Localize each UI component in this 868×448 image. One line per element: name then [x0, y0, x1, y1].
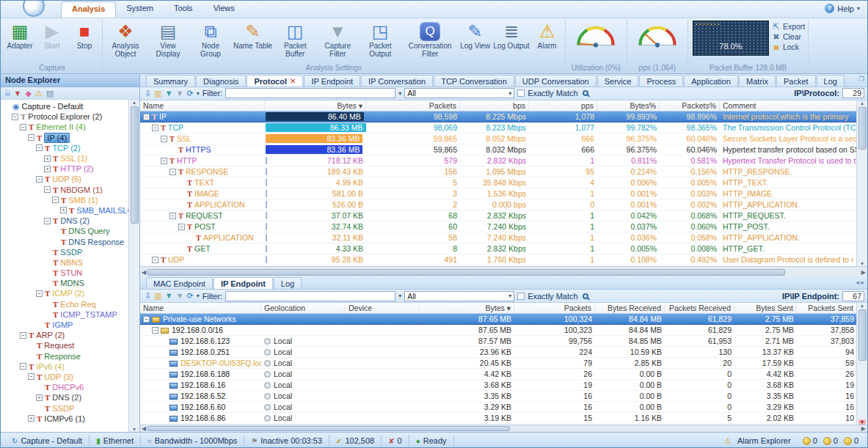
- tab-close-icon[interactable]: ✕: [290, 77, 296, 85]
- endpoint-vertical-scrollbar[interactable]: ▲▼: [856, 303, 867, 425]
- app-logo-button[interactable]: [23, 0, 45, 17]
- protocol-table-header[interactable]: NameBytes ▾PacketsbpsppsBytes%Packets%Co…: [140, 100, 867, 111]
- node-toolbar-icon-3[interactable]: ◆: [26, 89, 32, 98]
- tree-item-protocol-explorer-2-[interactable]: −TProtocol Explorer (2): [1, 111, 139, 122]
- tree-item-icmp-tstamp[interactable]: TICMP_TSTAMP: [1, 309, 139, 320]
- pane-corner-icon[interactable]: ❐: [858, 76, 864, 83]
- endpoint-filter-input[interactable]: [225, 291, 395, 301]
- scroll-right-icon[interactable]: ▶: [861, 269, 866, 276]
- tree-expander-icon[interactable]: −: [36, 176, 43, 183]
- tree-item-request[interactable]: TRequest: [1, 340, 139, 350]
- node-toolbar-icon-1[interactable]: ⌸: [5, 89, 10, 98]
- tree-item-ethernet-ii-4-[interactable]: −TEthernet II (4): [1, 122, 139, 132]
- tree-item-udp-3-[interactable]: −TUDP (3): [1, 372, 139, 382]
- tree-item-ipv6-4-[interactable]: −TIPv6 (4): [1, 361, 139, 372]
- column-header-geolocation[interactable]: Geolocation: [261, 303, 346, 313]
- tree-item-http-2-[interactable]: +THTTP (2): [1, 164, 139, 174]
- column-header-name[interactable]: Name: [140, 100, 265, 111]
- scroll-right-icon[interactable]: ▶: [861, 425, 866, 432]
- alarm-button[interactable]: ⚠Alarm: [531, 19, 564, 51]
- tab-mac-endpoint[interactable]: MAC Endpoint: [146, 277, 213, 289]
- menu-tab-tools[interactable]: Tools: [164, 1, 203, 18]
- row-expander-icon[interactable]: −: [152, 125, 158, 131]
- row-expander-icon[interactable]: −: [178, 224, 185, 230]
- protocol-vertical-scrollbar[interactable]: ▲▼: [856, 100, 867, 267]
- tree-item-mdns[interactable]: TMDNS: [1, 278, 139, 288]
- protocol-folder-icon[interactable]: ▥: [154, 89, 161, 98]
- tree-item-icmpv6-1-[interactable]: +TICMPv6 (1): [1, 414, 139, 424]
- protocol-row-https[interactable]: THTTPS83.36 MB59,8658.032 Mbps66696.375%…: [140, 144, 867, 155]
- menu-tab-views[interactable]: Views: [203, 1, 245, 18]
- scroll-thumb[interactable]: [858, 309, 867, 361]
- packet-buffer-button[interactable]: ◫Packet Buffer: [274, 19, 316, 58]
- endpoint-filter-gray-icon[interactable]: ▼: [176, 291, 184, 301]
- protocol-row-ssl[interactable]: −TSSL83.36 MB59,8658.052 Mbps66696.375%6…: [140, 133, 867, 144]
- row-expander-icon[interactable]: −: [143, 316, 150, 323]
- scroll-thumb[interactable]: [858, 107, 867, 150]
- menu-tab-system[interactable]: System: [116, 1, 164, 18]
- row-expander-icon[interactable]: −: [161, 136, 167, 142]
- protocol-row-get[interactable]: TGET4.33 KB82.832 Kbps10.005%0.008%HTTP_…: [140, 243, 867, 254]
- protocol-filter-gray-icon[interactable]: ▼: [176, 89, 184, 98]
- tree-item-dns-2-[interactable]: +TDNS (2): [1, 392, 139, 403]
- packet-output-button[interactable]: ◳Packet Output: [359, 19, 401, 58]
- tree-expander-icon[interactable]: −: [44, 218, 51, 224]
- tree-item-tcp-2-[interactable]: −TTCP (2): [1, 143, 139, 153]
- protocol-filter-input[interactable]: [225, 88, 395, 98]
- tree-item-smb-1-[interactable]: −TSMB (1): [1, 195, 139, 205]
- scroll-down-icon[interactable]: ▼: [860, 261, 865, 266]
- tree-expander-icon[interactable]: −: [28, 134, 34, 141]
- log-view-button[interactable]: ✎Log View: [459, 19, 492, 51]
- column-header-packets[interactable]: Packets: [514, 303, 595, 313]
- column-header-device[interactable]: Device: [346, 303, 419, 313]
- tree-expander-icon[interactable]: −: [12, 114, 18, 120]
- tree-item-igmp[interactable]: TIGMP: [1, 320, 139, 330]
- column-header-bytes-received[interactable]: Bytes Received: [595, 303, 665, 313]
- tree-item-ip-4-[interactable]: −TIP (4): [1, 133, 139, 143]
- column-header-bytes-sent[interactable]: Bytes Sent: [734, 303, 797, 313]
- endpoint-filter-input-caret-icon[interactable]: ▾: [398, 293, 401, 299]
- column-header-bytes[interactable]: Bytes ▾: [265, 100, 366, 111]
- node-group-button[interactable]: ⧉Node Group: [189, 19, 232, 58]
- scroll-up-icon[interactable]: ▲: [132, 100, 137, 105]
- tab-packet[interactable]: Packet: [776, 75, 816, 87]
- row-expander-icon[interactable]: −: [161, 158, 167, 164]
- tree-item-echo-req[interactable]: TEcho Req: [1, 299, 139, 309]
- tab-tcp-conversation[interactable]: TCP Conversation: [434, 75, 514, 87]
- tree-item-nbns[interactable]: TNBNS: [1, 257, 139, 268]
- endpoint-row-192-168-6-52[interactable]: 192.168.6.52Local3.35 KB160.00 B03.35 KB…: [140, 391, 867, 402]
- endpoint-refresh-icon[interactable]: ⟳: [186, 291, 193, 301]
- tab-diagnosis[interactable]: Diagnosis: [196, 75, 246, 87]
- tree-item-udp-6-[interactable]: −TUDP (6): [1, 174, 139, 184]
- tree-expander-icon[interactable]: +: [28, 415, 34, 422]
- tab-summary[interactable]: Summary: [146, 75, 195, 87]
- analysis-object-button[interactable]: ❖Analysis Object: [104, 19, 147, 58]
- node-toolbar-icon-2[interactable]: ▼: [14, 89, 22, 98]
- protocol-row-request[interactable]: −TREQUEST37.07 KB682.832 Kbps10.042%0.06…: [140, 210, 867, 221]
- tab-ip-endpoint[interactable]: IP Endpoint: [304, 75, 360, 87]
- tab-service[interactable]: Service: [597, 75, 639, 87]
- tree-expander-icon[interactable]: +: [44, 166, 51, 172]
- tree-scrollbar[interactable]: ▲▼: [128, 100, 139, 432]
- stop-button[interactable]: ■Stop: [68, 19, 101, 51]
- scroll-thumb[interactable]: [147, 426, 510, 431]
- alarm-explorer-area[interactable]: ⚠ Alarm Explorer 000: [724, 436, 863, 446]
- protocol-row-ip[interactable]: −TIP86.40 MB98,5988.225 Mbps1,07899.893%…: [140, 111, 867, 122]
- scroll-down-icon[interactable]: ▼: [858, 419, 867, 425]
- tree-item-arp-2-[interactable]: −TARP (2): [1, 330, 139, 340]
- protocol-row-image[interactable]: TIMAGE581.00 B31.536 Kbps10.001%0.003%HT…: [140, 188, 867, 199]
- protocol-row-response[interactable]: −TRESPONSE189.43 KB1561.095 Mbps950.214%…: [140, 166, 867, 177]
- tree-expander-icon[interactable]: +: [44, 155, 51, 162]
- column-header-pps[interactable]: pps: [529, 100, 597, 111]
- pane-corner-icon[interactable]: ◂ ▸: [856, 279, 864, 286]
- tree-item-dns-query[interactable]: TDNS Query: [1, 226, 139, 236]
- endpoint-row-private-use-networks[interactable]: −Private-use Networks87.65 MB100,32484.8…: [140, 314, 867, 325]
- tab-process[interactable]: Process: [639, 75, 683, 87]
- node-toolbar-icon-5[interactable]: ▨: [46, 89, 54, 98]
- export-button[interactable]: ⇱Export: [772, 21, 805, 32]
- endpoint-folder-icon[interactable]: ▥: [154, 291, 161, 301]
- protocol-row-application[interactable]: TAPPLICATION32.11 KB587.240 Kbps10.036%0…: [140, 232, 867, 243]
- tree-item-ssdp[interactable]: TSSDP: [1, 247, 139, 257]
- column-header-name[interactable]: Name: [140, 303, 261, 313]
- protocol-row-text[interactable]: TTEXT4.99 KB535.848 Kbps40.006%0.005%HTT…: [140, 177, 867, 188]
